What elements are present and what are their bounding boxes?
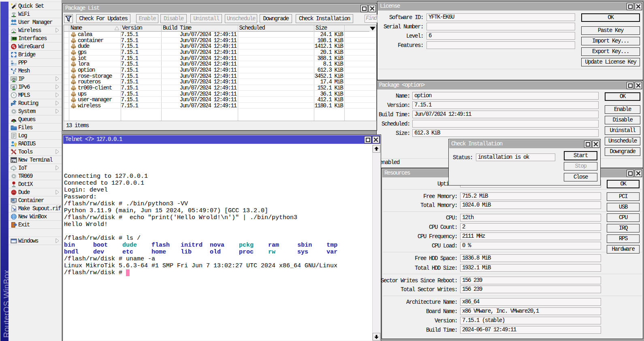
svg-text:255: 255 <box>12 77 17 81</box>
